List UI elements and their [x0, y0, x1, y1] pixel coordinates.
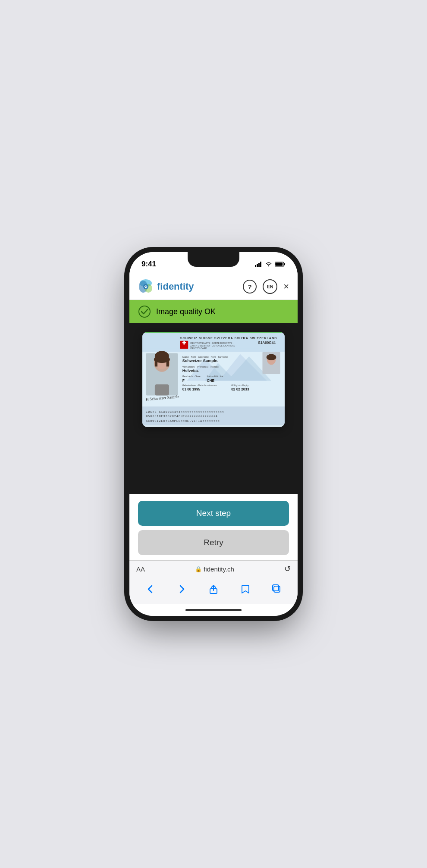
svg-text:9508010F3302024CHE<<<<<<<<<<<<: 9508010F3302024CHE<<<<<<<<<<<<<<4 — [146, 415, 217, 418]
svg-point-13 — [139, 306, 150, 317]
svg-point-51 — [267, 354, 276, 360]
browser-tabs-button[interactable] — [267, 580, 286, 599]
svg-text:02 02 2033: 02 02 2033 — [231, 387, 249, 391]
browser-url[interactable]: 🔒 fidentity.ch — [195, 565, 234, 573]
status-bar: 9:41 — [129, 252, 298, 274]
browser-forward-button[interactable] — [173, 580, 192, 599]
svg-text:S1A00G44: S1A00G44 — [258, 341, 276, 345]
svg-text:Geburtsdatum · Date de naissan: Geburtsdatum · Date de naissance — [182, 384, 217, 387]
svg-rect-3 — [260, 262, 261, 267]
close-button[interactable]: × — [283, 281, 289, 292]
svg-text:Geschlecht · Sexe: Geschlecht · Sexe — [182, 375, 201, 378]
svg-text:Vorname(n) · Prénom(s) · Nome(: Vorname(n) · Prénom(s) · Nome(i) — [182, 365, 220, 368]
svg-text:CARTA D'IDENTITÀ · CARTA DE ID: CARTA D'IDENTITÀ · CARTA DE IDENTIDAD · — [190, 344, 236, 347]
svg-rect-2 — [258, 263, 260, 267]
home-bar — [185, 609, 242, 611]
browser-share-button[interactable] — [204, 580, 223, 599]
id-card-area: SCHWEIZ SUISSE SVIZZERA SVIZRA SWITZERLA… — [129, 323, 298, 494]
next-step-button[interactable]: Next step — [138, 501, 289, 526]
browser-bar: AA 🔒 fidentity.ch ↺ — [129, 560, 298, 604]
retry-button[interactable]: Retry — [138, 530, 289, 555]
help-button[interactable]: ? — [243, 280, 257, 293]
svg-rect-31 — [155, 358, 157, 367]
svg-text:CHE: CHE — [207, 379, 215, 383]
home-indicator — [129, 604, 298, 616]
svg-rect-33 — [155, 384, 169, 396]
buttons-area: Next step Retry — [129, 494, 298, 560]
svg-rect-0 — [255, 265, 256, 267]
svg-text:IDENTITÄTSKARTE · CARTE D'IDEN: IDENTITÄTSKARTE · CARTE D'IDENTITE · — [190, 342, 233, 344]
svg-text:Gültig bis · Expiry: Gültig bis · Expiry — [231, 384, 248, 387]
svg-point-4 — [268, 265, 269, 266]
svg-text:Schweizer Sample.: Schweizer Sample. — [182, 359, 218, 363]
url-text: fidentity.ch — [204, 565, 234, 573]
browser-bookmarks-button[interactable] — [236, 580, 255, 599]
phone-shell: 9:41 — [129, 252, 298, 616]
svg-rect-6 — [275, 262, 283, 266]
svg-rect-7 — [284, 263, 286, 265]
quality-check-icon — [138, 305, 151, 318]
svg-text:F: F — [182, 379, 185, 383]
svg-rect-32 — [166, 358, 169, 367]
svg-text:SCHWEIZ  SUISSE  SVIZZERA  SVI: SCHWEIZ SUISSE SVIZZERA SVIZRA SWITZERLA… — [180, 336, 277, 340]
battery-icon — [275, 262, 286, 267]
lock-icon: 🔒 — [195, 566, 202, 572]
browser-nav — [136, 578, 291, 602]
svg-text:Name · Nom · Cognome · Nom · S: Name · Nom · Cognome · Nom · Surname — [182, 356, 228, 358]
svg-text:Nationalität · Nat.: Nationalität · Nat. — [207, 375, 224, 378]
svg-text:01 08 1995: 01 08 1995 — [182, 387, 201, 391]
svg-point-12 — [145, 287, 147, 288]
browser-back-button[interactable] — [141, 580, 160, 599]
browser-aa[interactable]: AA — [136, 565, 145, 573]
svg-text:Helvetia.: Helvetia. — [182, 368, 199, 373]
id-card-svg: SCHWEIZ SUISSE SVIZZERA SVIZRA SWITZERLA… — [142, 332, 285, 425]
svg-text:IDENTITY CARD: IDENTITY CARD — [190, 347, 207, 350]
logo-area: fidentity — [138, 279, 194, 294]
quality-text: Image quality OK — [156, 307, 216, 316]
svg-rect-21 — [183, 341, 185, 344]
app-header: fidentity ? EN × — [129, 274, 298, 300]
status-icons — [255, 262, 286, 267]
header-actions: ? EN × — [243, 279, 289, 294]
notch — [188, 252, 239, 267]
id-card-image: SCHWEIZ SUISSE SVIZZERA SVIZRA SWITZERLA… — [142, 332, 285, 427]
quality-banner: Image quality OK — [129, 300, 298, 323]
signal-icon — [255, 262, 263, 267]
svg-rect-17 — [142, 332, 285, 333]
logo-text: fidentity — [157, 281, 194, 292]
id-card-wrapper: SCHWEIZ SUISSE SVIZZERA SVIZRA SWITZERLA… — [142, 332, 285, 427]
fidentity-logo-icon — [138, 279, 154, 294]
svg-text:IDCHE S1A00G44<4<<<<<<<<<<<<<<: IDCHE S1A00G44<4<<<<<<<<<<<<<<<<<<<< — [146, 410, 224, 414]
language-button[interactable]: EN — [263, 279, 277, 294]
wifi-icon — [265, 262, 272, 267]
svg-rect-1 — [257, 264, 258, 267]
svg-text:SCHWEIZER<SAMPLE<<HELVETIA<<<<: SCHWEIZER<SAMPLE<<HELVETIA<<<<<<<< — [146, 419, 220, 423]
browser-url-row: AA 🔒 fidentity.ch ↺ — [136, 564, 291, 574]
status-time: 9:41 — [141, 260, 156, 269]
reload-button[interactable]: ↺ — [284, 564, 291, 574]
